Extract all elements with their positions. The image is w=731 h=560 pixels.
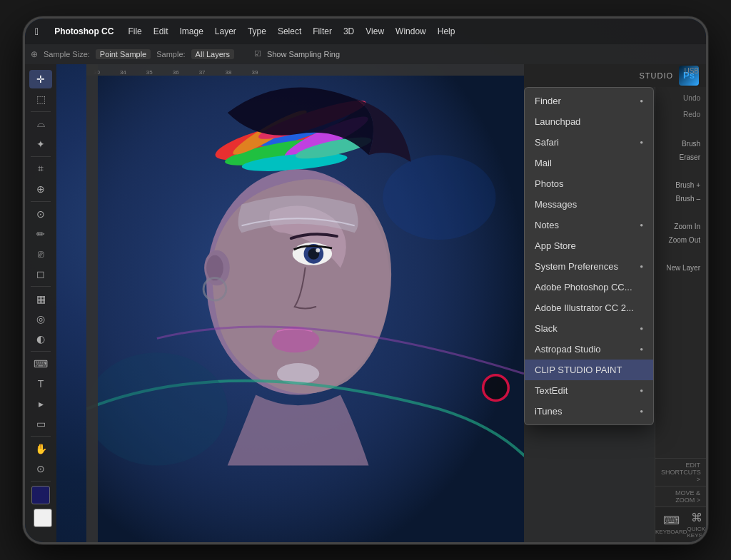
notes-label: Notes bbox=[535, 220, 559, 230]
keyboard-label: KEYBOARD bbox=[655, 529, 687, 535]
menu-filter[interactable]: Filter bbox=[308, 25, 336, 38]
app-name[interactable]: Photoshop CC bbox=[50, 25, 118, 38]
brush-row[interactable]: Brush bbox=[655, 137, 706, 151]
dropdown-sysprefs[interactable]: System Preferences ● bbox=[525, 256, 653, 277]
tool-crop[interactable]: ⌗ bbox=[29, 160, 52, 178]
eraser-row[interactable]: Eraser bbox=[655, 151, 706, 164]
dropdown-itunes[interactable]: iTunes ● bbox=[525, 401, 653, 422]
clipstudio-label: CLIP STUDIO PAINT bbox=[535, 365, 622, 375]
show-ring-checkbox[interactable]: ☑ bbox=[254, 49, 261, 58]
photoshop-label: Adobe Photoshop CC... bbox=[535, 282, 632, 292]
tool-shape[interactable]: ▭ bbox=[29, 414, 52, 433]
tool-type[interactable]: T bbox=[29, 375, 52, 393]
ruler-tick-36: 36 bbox=[173, 69, 179, 76]
tool-dodge[interactable]: ◐ bbox=[29, 330, 52, 348]
tool-lasso[interactable]: ⌓ bbox=[29, 115, 52, 133]
finder-dot: ● bbox=[640, 98, 643, 104]
safari-label: Safari bbox=[535, 137, 559, 148]
tool-clone[interactable]: ⎚ bbox=[29, 245, 52, 263]
svg-point-14 bbox=[316, 248, 320, 252]
tool-eraser[interactable]: ◻ bbox=[29, 265, 52, 283]
ruler-vertical bbox=[86, 64, 98, 542]
dropdown-photoshop[interactable]: Adobe Photoshop CC... bbox=[525, 277, 653, 297]
svg-point-20 bbox=[383, 155, 495, 240]
launchpad-label: Launchpad bbox=[535, 116, 580, 127]
menu-file[interactable]: File bbox=[123, 25, 146, 38]
dropdown-messages[interactable]: Messages bbox=[525, 194, 653, 215]
zoom-in-row[interactable]: Zoom In bbox=[655, 220, 706, 233]
mail-label: Mail bbox=[535, 158, 552, 168]
dropdown-astropad[interactable]: Astropad Studio ● bbox=[525, 339, 653, 360]
dropdown-mail[interactable]: Mail bbox=[525, 153, 653, 173]
dropdown-clipstudio[interactable]: CLIP STUDIO PAINT bbox=[525, 360, 653, 380]
dropdown-photos[interactable]: Photos bbox=[525, 173, 653, 194]
menu-window[interactable]: Window bbox=[391, 25, 430, 38]
apple-logo[interactable]:  bbox=[31, 24, 43, 39]
panel-header: STUDIO Ps bbox=[524, 64, 706, 87]
foreground-color-swatch[interactable] bbox=[31, 486, 50, 504]
tool-hand[interactable]: ✋ bbox=[29, 439, 52, 458]
tool-eyedropper[interactable]: ⊕ bbox=[29, 180, 52, 198]
ruler-ticks: 30 34 35 36 37 38 39 bbox=[86, 64, 278, 76]
tool-zoom[interactable]: ⊙ bbox=[29, 459, 52, 478]
background-color-swatch[interactable] bbox=[34, 509, 52, 527]
itunes-label: iTunes bbox=[535, 406, 563, 417]
right-panel: USB STUDIO Ps Finder ● Launchpad bbox=[524, 64, 706, 542]
command-icon: ⌘ bbox=[691, 511, 702, 524]
redo-label: Redo bbox=[683, 111, 700, 118]
brush-plus-row[interactable]: Brush + bbox=[655, 178, 706, 192]
sample-select[interactable]: All Layers bbox=[191, 49, 234, 59]
shortcuts-label: EDIT SHORTCUTS > bbox=[661, 462, 701, 483]
usb-indicator: USB bbox=[684, 67, 699, 75]
tool-path[interactable]: ▸ bbox=[29, 394, 52, 413]
shortcuts-btn[interactable]: EDIT SHORTCUTS > bbox=[655, 458, 706, 486]
tool-brush[interactable]: ✏ bbox=[29, 225, 52, 243]
studio-label: STUDIO bbox=[639, 71, 673, 80]
textedit-label: TextEdit bbox=[535, 385, 568, 396]
tool-gradient[interactable]: ▦ bbox=[29, 290, 52, 308]
tool-spot-heal[interactable]: ⊙ bbox=[29, 205, 52, 223]
menu-3d[interactable]: 3D bbox=[339, 25, 358, 38]
tool-move[interactable]: ✛ bbox=[29, 70, 52, 88]
menu-image[interactable]: Image bbox=[175, 25, 207, 38]
tool-separator-6 bbox=[31, 436, 51, 437]
quick-keys-btn[interactable]: ⌘ QUICK KEYS bbox=[687, 511, 706, 539]
dropdown-launchpad[interactable]: Launchpad bbox=[525, 111, 653, 132]
sample-size-select[interactable]: Point Sample bbox=[96, 49, 151, 59]
shortcut-sidebar: Undo Redo Brush Eraser Brush + bbox=[655, 87, 706, 542]
undo-row[interactable]: Undo bbox=[655, 90, 706, 106]
ruler-tick-34: 34 bbox=[120, 69, 126, 76]
dropdown-textedit[interactable]: TextEdit ● bbox=[525, 380, 653, 401]
brush-minus-row[interactable]: Brush – bbox=[655, 192, 706, 205]
dropdown-slack[interactable]: Slack ● bbox=[525, 318, 653, 339]
menu-layer[interactable]: Layer bbox=[211, 25, 241, 38]
eraser-label: Eraser bbox=[680, 153, 700, 161]
tool-magic-wand[interactable]: ✦ bbox=[29, 135, 52, 153]
spacer-1 bbox=[655, 123, 706, 137]
dropdown-finder[interactable]: Finder ● bbox=[525, 91, 653, 111]
app-dropdown-menu[interactable]: Finder ● Launchpad Safari ● Mail Photos bbox=[524, 87, 654, 425]
menu-edit[interactable]: Edit bbox=[149, 25, 173, 38]
options-bar: ⊕ Sample Size: Point Sample Sample: All … bbox=[25, 44, 706, 64]
undo-label: Undo bbox=[683, 94, 700, 102]
keyboard-btn[interactable]: ⌨ KEYBOARD bbox=[655, 514, 687, 535]
itunes-dot: ● bbox=[640, 408, 643, 414]
dropdown-notes[interactable]: Notes ● bbox=[525, 215, 653, 235]
tool-blur[interactable]: ◎ bbox=[29, 310, 52, 328]
menu-view[interactable]: View bbox=[361, 25, 388, 38]
dropdown-appstore[interactable]: App Store bbox=[525, 235, 653, 256]
zoom-out-row[interactable]: Zoom Out bbox=[655, 233, 706, 247]
tool-pen[interactable]: ⌨ bbox=[29, 355, 52, 373]
redo-row[interactable]: Redo bbox=[655, 106, 706, 123]
move-zoom-btn[interactable]: MOVE & ZOOM > bbox=[655, 486, 706, 506]
tool-separator-1 bbox=[31, 111, 51, 112]
dropdown-illustrator[interactable]: Adobe Illustrator CC 2... bbox=[525, 297, 653, 318]
menu-type[interactable]: Type bbox=[243, 25, 271, 38]
spacer-5 bbox=[655, 275, 706, 458]
screen:  Photoshop CC File Edit Image Layer Typ… bbox=[25, 19, 706, 542]
new-layer-row[interactable]: New Layer bbox=[655, 261, 706, 275]
dropdown-safari[interactable]: Safari ● bbox=[525, 132, 653, 153]
menu-select[interactable]: Select bbox=[273, 25, 306, 38]
tool-marquee[interactable]: ⬚ bbox=[29, 90, 52, 108]
menu-help[interactable]: Help bbox=[433, 25, 460, 38]
